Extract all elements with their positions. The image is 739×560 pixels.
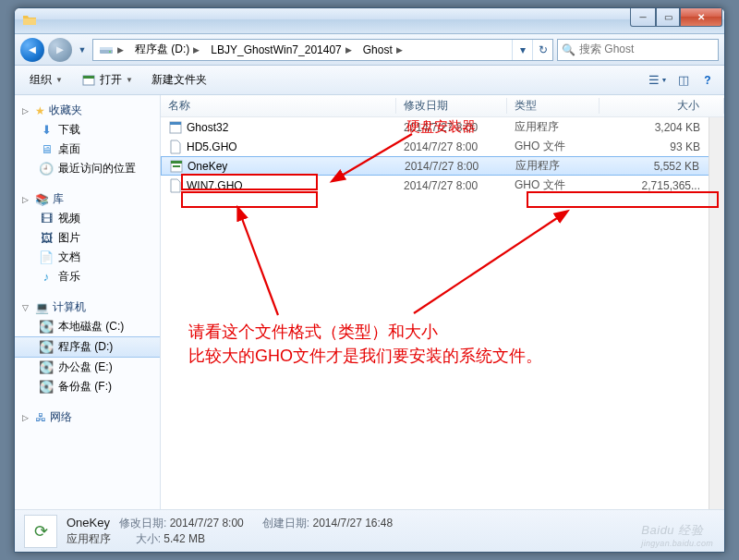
chevron-right-icon: ▶ xyxy=(396,45,403,55)
window-controls: ─ ▭ ✕ xyxy=(630,8,722,27)
downloads-icon: ⬇ xyxy=(39,123,54,138)
column-name[interactable]: 名称 xyxy=(161,98,396,114)
close-button[interactable]: ✕ xyxy=(680,8,722,27)
folder-icon xyxy=(22,13,37,28)
library-icon: 📚 xyxy=(35,193,49,206)
file-row[interactable]: HD5.GHO 2014/7/27 8:00 GHO 文件 93 KB xyxy=(161,137,724,156)
sidebar-item-drive-e[interactable]: 💽办公盘 (E:) xyxy=(15,358,160,377)
exe-icon xyxy=(169,159,184,174)
search-icon: 🔍 xyxy=(562,43,575,56)
maximize-button[interactable]: ▭ xyxy=(656,8,680,27)
watermark: Baidu 经验 jingyan.baidu.com xyxy=(641,522,713,548)
search-placeholder: 搜索 Ghost xyxy=(579,42,634,57)
vertical-scrollbar[interactable] xyxy=(709,117,724,509)
file-date: 2014/7/27 8:00 xyxy=(397,160,508,173)
favorites-header[interactable]: ▷★收藏夹 xyxy=(15,101,160,120)
svg-rect-6 xyxy=(170,122,181,125)
breadcrumb-root[interactable]: ▶ xyxy=(93,40,129,60)
sidebar-item-desktop[interactable]: 🖥桌面 xyxy=(15,140,160,159)
sidebar-item-downloads[interactable]: ⬇下载 xyxy=(15,120,160,140)
file-type: GHO 文件 xyxy=(507,139,600,154)
sidebar-item-videos[interactable]: 🎞视频 xyxy=(15,209,160,228)
chevron-right-icon: ▶ xyxy=(345,45,352,55)
file-type: 应用程序 xyxy=(507,119,600,135)
drive-icon: 💽 xyxy=(39,340,54,355)
network-header[interactable]: ▷🖧网络 xyxy=(15,408,160,427)
file-date: 2014/7/27 8:00 xyxy=(396,121,507,134)
video-icon: 🎞 xyxy=(39,212,54,226)
svg-rect-9 xyxy=(173,165,180,167)
file-type: GHO 文件 xyxy=(507,177,600,193)
view-button[interactable]: ☰▼ xyxy=(647,70,669,91)
organize-button[interactable]: 组织▼ xyxy=(22,69,70,91)
file-date: 2014/7/27 8:00 xyxy=(396,140,507,153)
file-row-selected[interactable]: OneKey 2014/7/27 8:00 应用程序 5,552 KB xyxy=(161,156,724,176)
recent-icon: 🕘 xyxy=(39,162,54,177)
file-size: 93 KB xyxy=(600,140,724,153)
column-type[interactable]: 类型 xyxy=(507,98,600,114)
sidebar-item-documents[interactable]: 📄文档 xyxy=(15,248,160,267)
file-size: 5,552 KB xyxy=(600,160,723,173)
chevron-right-icon: ▶ xyxy=(117,45,124,55)
file-name: WIN7.GHO xyxy=(187,179,243,192)
details-pane: ⟳ OneKey 修改日期: 2014/7/27 8:00 创建日期: 2014… xyxy=(15,509,724,552)
nav-pane: ▷★收藏夹 ⬇下载 🖥桌面 🕘最近访问的位置 ▷📚库 🎞视频 🖼图片 📄文档 ♪… xyxy=(15,95,161,509)
file-size: 3,204 KB xyxy=(600,121,724,134)
file-name: Ghost32 xyxy=(187,121,228,134)
refresh-button[interactable]: ↻ xyxy=(532,40,552,60)
file-row[interactable]: Ghost32 2014/7/27 8:00 应用程序 3,204 KB xyxy=(161,117,724,137)
forward-button[interactable]: ► xyxy=(48,38,72,62)
computer-header[interactable]: ▽💻计算机 xyxy=(15,298,160,317)
titlebar[interactable]: ─ ▭ ✕ xyxy=(15,8,724,34)
sidebar-item-drive-f[interactable]: 💽备份盘 (F:) xyxy=(15,377,160,396)
search-input[interactable]: 🔍 搜索 Ghost xyxy=(557,39,719,61)
breadcrumb-label: Ghost xyxy=(363,43,393,56)
drive-icon xyxy=(99,43,114,57)
toolbar: 组织▼ 打开▼ 新建文件夹 ☰▼ ◫ ? xyxy=(15,66,724,95)
open-button[interactable]: 打开▼ xyxy=(74,69,140,91)
sidebar-item-pictures[interactable]: 🖼图片 xyxy=(15,228,160,248)
breadcrumb[interactable]: Ghost▶ xyxy=(357,40,408,60)
svg-rect-8 xyxy=(171,161,182,164)
file-row[interactable]: WIN7.GHO 2014/7/27 8:00 GHO 文件 2,715,365… xyxy=(161,176,724,195)
chevron-right-icon: ▶ xyxy=(193,45,200,55)
address-row: ◄ ► ▼ ▶ 程序盘 (D:)▶ LBJY_GhostWin7_201407▶… xyxy=(15,34,724,66)
file-type: 应用程序 xyxy=(508,158,600,174)
new-folder-button[interactable]: 新建文件夹 xyxy=(144,69,214,91)
drive-icon: 💽 xyxy=(39,320,54,335)
column-date[interactable]: 修改日期 xyxy=(396,98,507,114)
address-bar[interactable]: ▶ 程序盘 (D:)▶ LBJY_GhostWin7_201407▶ Ghost… xyxy=(92,39,553,61)
sidebar-item-music[interactable]: ♪音乐 xyxy=(15,267,160,286)
minimize-button[interactable]: ─ xyxy=(630,8,656,27)
sidebar-item-recent[interactable]: 🕘最近访问的位置 xyxy=(15,159,160,178)
collapse-icon: ▷ xyxy=(22,195,31,204)
file-icon xyxy=(168,140,183,154)
file-size: 2,715,365... xyxy=(600,179,724,192)
main-content: ▷★收藏夹 ⬇下载 🖥桌面 🕘最近访问的位置 ▷📚库 🎞视频 🖼图片 📄文档 ♪… xyxy=(15,95,724,509)
chevron-down-icon: ▼ xyxy=(126,76,133,84)
drive-icon: 💽 xyxy=(39,360,54,375)
help-button[interactable]: ? xyxy=(698,74,717,87)
sidebar-item-drive-d[interactable]: 💽程序盘 (D:) xyxy=(15,336,160,358)
history-dropdown[interactable]: ▼ xyxy=(76,41,89,59)
file-date: 2014/7/27 8:00 xyxy=(396,179,507,192)
drive-icon: 💽 xyxy=(39,380,54,395)
libraries-header[interactable]: ▷📚库 xyxy=(15,189,160,209)
breadcrumb[interactable]: 程序盘 (D:)▶ xyxy=(129,40,205,60)
breadcrumb[interactable]: LBJY_GhostWin7_201407▶ xyxy=(205,40,357,60)
picture-icon: 🖼 xyxy=(39,231,54,246)
svg-rect-4 xyxy=(83,76,94,79)
desktop-icon: 🖥 xyxy=(39,142,54,157)
details-name: OneKey xyxy=(67,516,110,530)
computer-icon: 💻 xyxy=(35,301,49,314)
network-icon: 🖧 xyxy=(35,411,46,424)
column-size[interactable]: 大小 xyxy=(600,98,724,114)
sidebar-item-drive-c[interactable]: 💽本地磁盘 (C:) xyxy=(15,317,160,336)
preview-pane-button[interactable]: ◫ xyxy=(672,70,695,91)
breadcrumb-label: LBJY_GhostWin7_201407 xyxy=(211,43,341,56)
file-name: HD5.GHO xyxy=(187,140,237,153)
address-dropdown[interactable]: ▾ xyxy=(512,40,532,60)
back-button[interactable]: ◄ xyxy=(20,38,44,62)
svg-rect-1 xyxy=(100,47,113,50)
chevron-down-icon: ▼ xyxy=(55,76,63,84)
